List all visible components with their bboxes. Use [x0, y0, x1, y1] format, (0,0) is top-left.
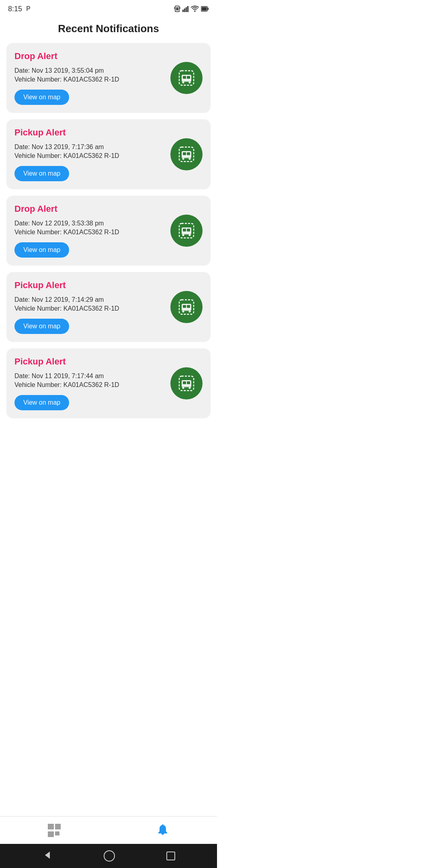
signal-icon: [182, 6, 189, 12]
card-content-2: Pickup Alert Date: Nov 13 2019, 7:17:36 …: [14, 127, 164, 181]
svg-rect-11: [202, 7, 207, 11]
battery-icon: [201, 6, 209, 12]
svg-rect-7: [187, 6, 188, 12]
vibrate-icon: [174, 5, 180, 12]
card-vehicle-4: Vehicle Number: KA01AC5362 R-1D: [14, 305, 164, 312]
svg-rect-35: [183, 305, 186, 308]
svg-rect-43: [187, 381, 190, 384]
svg-rect-4: [182, 10, 184, 12]
svg-rect-3: [180, 7, 180, 9]
svg-rect-36: [187, 305, 190, 308]
view-map-button-1[interactable]: View on map: [14, 90, 69, 105]
status-time: 8:15: [8, 5, 22, 13]
card-date-3: Date: Nov 12 2019, 3:53:38 pm: [14, 220, 164, 227]
card-date-4: Date: Nov 12 2019, 7:14:29 am: [14, 296, 164, 303]
svg-rect-21: [183, 152, 186, 155]
svg-rect-10: [208, 8, 209, 10]
view-map-button-2[interactable]: View on map: [14, 166, 69, 181]
card-vehicle-5: Vehicle Number: KA01AC5362 R-1D: [14, 381, 164, 389]
card-content-5: Pickup Alert Date: Nov 11 2019, 7:17:44 …: [14, 356, 164, 410]
svg-rect-46: [182, 386, 191, 387]
card-date-1: Date: Nov 13 2019, 3:55:04 pm: [14, 67, 164, 74]
svg-rect-32: [182, 233, 191, 235]
card-icon-1: [170, 62, 203, 94]
view-map-button-4[interactable]: View on map: [14, 319, 69, 334]
status-right-icons: [174, 5, 209, 12]
card-vehicle-2: Vehicle Number: KA01AC5362 R-1D: [14, 152, 164, 160]
svg-rect-1: [176, 7, 178, 10]
wifi-icon: [191, 6, 199, 12]
svg-rect-42: [183, 381, 186, 384]
card-content-1: Drop Alert Date: Nov 13 2019, 3:55:04 pm…: [14, 51, 164, 105]
svg-rect-18: [182, 80, 191, 82]
notification-card-2: Pickup Alert Date: Nov 13 2019, 7:17:36 …: [6, 119, 211, 189]
svg-rect-29: [187, 229, 190, 231]
notification-card-1: Drop Alert Date: Nov 13 2019, 3:55:04 pm…: [6, 43, 211, 113]
svg-rect-28: [183, 229, 186, 231]
page-title: Recent Notifications: [0, 16, 217, 43]
card-title-1: Drop Alert: [14, 51, 164, 61]
svg-rect-5: [184, 8, 185, 12]
svg-rect-25: [182, 157, 191, 158]
notification-card-5: Pickup Alert Date: Nov 11 2019, 7:17:44 …: [6, 348, 211, 418]
svg-rect-2: [174, 7, 175, 9]
view-map-button-3[interactable]: View on map: [14, 242, 69, 258]
notification-card-4: Pickup Alert Date: Nov 12 2019, 7:14:29 …: [6, 272, 211, 342]
parking-icon: P: [26, 5, 31, 12]
card-title-5: Pickup Alert: [14, 356, 164, 367]
svg-rect-39: [182, 309, 191, 311]
card-vehicle-1: Vehicle Number: KA01AC5362 R-1D: [14, 76, 164, 83]
card-icon-5: [170, 367, 203, 399]
card-title-2: Pickup Alert: [14, 127, 164, 138]
status-bar: 8:15 P: [0, 0, 217, 16]
svg-rect-22: [187, 152, 190, 155]
svg-rect-14: [183, 76, 186, 79]
svg-rect-6: [186, 7, 187, 12]
view-map-button-5[interactable]: View on map: [14, 395, 69, 410]
card-date-2: Date: Nov 13 2019, 7:17:36 am: [14, 143, 164, 151]
svg-rect-15: [187, 76, 190, 79]
svg-point-8: [194, 11, 196, 12]
card-icon-3: [170, 215, 203, 247]
card-date-5: Date: Nov 11 2019, 7:17:44 am: [14, 373, 164, 380]
card-title-3: Drop Alert: [14, 204, 164, 214]
card-title-4: Pickup Alert: [14, 280, 164, 291]
card-content-4: Pickup Alert Date: Nov 12 2019, 7:14:29 …: [14, 280, 164, 334]
notification-card-3: Drop Alert Date: Nov 12 2019, 3:53:38 pm…: [6, 196, 211, 266]
card-content-3: Drop Alert Date: Nov 12 2019, 3:53:38 pm…: [14, 204, 164, 258]
card-vehicle-3: Vehicle Number: KA01AC5362 R-1D: [14, 229, 164, 236]
notifications-list: Drop Alert Date: Nov 13 2019, 3:55:04 pm…: [0, 43, 217, 426]
card-icon-2: [170, 138, 203, 170]
card-icon-4: [170, 291, 203, 323]
